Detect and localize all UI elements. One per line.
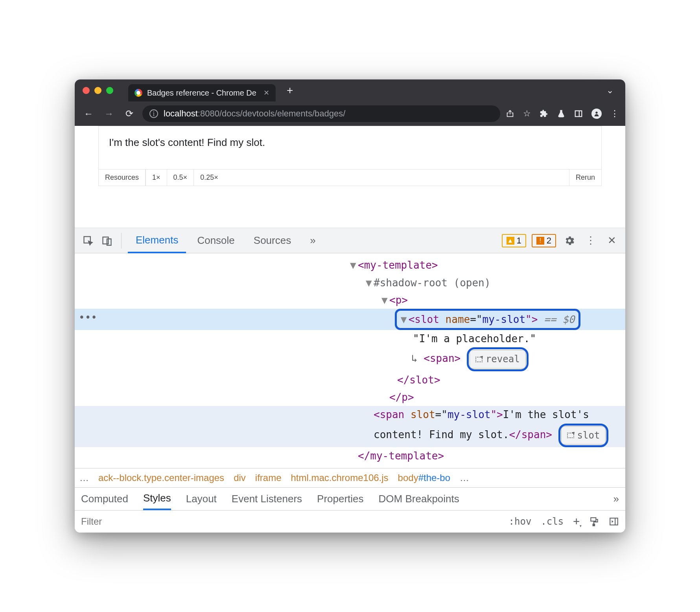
minimize-window-icon[interactable] [94,87,101,94]
svg-point-2 [595,112,597,114]
reveal-badge[interactable]: reveal [470,350,526,369]
line-actions-icon[interactable]: ••• [79,309,97,326]
traffic-lights [83,87,113,94]
svg-rect-4 [103,237,109,244]
new-tab-button[interactable]: + [280,84,300,97]
tabs-overflow-icon[interactable]: » [302,228,323,253]
toolbar-icons: ☆ ⋮ [506,109,619,119]
dom-span-close[interactable]: </span> [509,429,552,441]
dom-tree[interactable]: ▼<my-template> ▼#shadow-root (open) ▼<p>… [75,253,625,468]
window-titlebar: Badges reference - Chrome De ✕ + ⌄ [75,79,625,101]
tabs-dropdown-icon[interactable]: ⌄ [602,85,617,96]
styles-filter-input[interactable] [81,516,500,527]
demo-footer: Resources 1× 0.5× 0.25× Rerun [99,169,601,186]
dom-my-template-open[interactable]: <my-template> [358,259,438,271]
page-viewport: I'm the slot's content! Find my slot. Re… [75,126,625,228]
subtab-computed[interactable]: Computed [81,493,128,505]
address-bar[interactable]: i localhost:8080/docs/devtools/elements/… [142,105,500,122]
dom-placeholder-text: "I'm a placeholder." [413,333,536,345]
tab-console[interactable]: Console [189,228,242,253]
crumb-iframe[interactable]: iframe [255,472,282,483]
devtools-tabs: Elements Console Sources » ▲1 !2 ⋮ ✕ [75,228,625,253]
subtab-layout[interactable]: Layout [186,493,217,505]
tab-elements[interactable]: Elements [128,229,186,253]
chrome-favicon-icon [134,89,142,97]
close-window-icon[interactable] [83,87,90,94]
inspect-icon[interactable] [80,233,96,249]
slot-badge-ring: slot [558,424,609,448]
reload-button[interactable]: ⟳ [122,106,137,121]
svg-rect-8 [610,518,618,525]
subtab-properties[interactable]: Properties [317,493,364,505]
crumbs-left-more-icon[interactable]: … [79,472,89,483]
kebab-menu-icon[interactable]: ⋮ [610,109,619,119]
dom-shadow-root[interactable]: #shadow-root (open) [374,277,490,289]
crumb-body[interactable]: body#the-bo [398,472,450,483]
labs-icon[interactable] [557,109,566,118]
browser-tab[interactable]: Badges reference - Chrome De ✕ [128,84,276,101]
svg-rect-7 [593,524,595,525]
url-path: :8080/docs/devtools/elements/badges/ [198,109,345,118]
reveal-icon [475,357,483,362]
forward-button[interactable]: → [101,106,116,121]
url-bar: ← → ⟳ i localhost:8080/docs/devtools/ele… [75,101,625,126]
warnings-badge[interactable]: ▲1 [502,234,526,247]
new-style-rule-icon[interactable]: +▾ [573,515,580,528]
paint-icon[interactable] [589,516,599,527]
site-info-icon[interactable]: i [149,109,158,118]
zoom-05x-button[interactable]: 0.5× [167,170,194,186]
dom-my-template-close[interactable]: </my-template> [358,450,444,462]
cls-toggle[interactable]: .cls [541,516,564,527]
hov-toggle[interactable]: :hov [509,516,532,527]
device-toggle-icon[interactable] [99,233,115,249]
url-host: localhost [164,109,198,118]
subtab-dom-breakpoints[interactable]: DOM Breakpoints [379,493,459,505]
panel-icon[interactable] [574,109,583,118]
subtabs-overflow-icon[interactable]: » [613,493,619,505]
dom-slot-close[interactable]: </slot> [397,374,440,386]
browser-window: Badges reference - Chrome De ✕ + ⌄ ← → ⟳… [75,79,625,532]
tab-title: Badges reference - Chrome De [147,88,256,98]
resources-button[interactable]: Resources [99,170,146,186]
dom-breadcrumb[interactable]: … ack--block.type.center-images div ifra… [75,468,625,488]
subtab-event-listeners[interactable]: Event Listeners [232,493,302,505]
crumbs-right-more-icon[interactable]: … [460,472,469,483]
dom-span-content-line[interactable]: <span slot="my-slot">I'm the slot's [75,406,625,423]
tab-sources[interactable]: Sources [246,228,299,253]
crumb-ack-block[interactable]: ack--block.type.center-images [98,472,224,483]
svg-rect-0 [575,111,582,117]
more-menu-icon[interactable]: ⋮ [583,233,599,249]
styles-filter-bar: :hov .cls +▾ [75,511,625,533]
subtab-styles[interactable]: Styles [143,488,171,510]
zoom-1x-button[interactable]: 1× [146,170,167,186]
demo-card: I'm the slot's content! Find my slot. Re… [98,126,602,186]
devtools-panel: Elements Console Sources » ▲1 !2 ⋮ ✕ ▼<m… [75,228,625,532]
slot-content-text: I'm the slot's content! Find my slot. [109,136,265,148]
maximize-window-icon[interactable] [106,87,113,94]
bookmark-star-icon[interactable]: ☆ [523,109,531,119]
errors-badge[interactable]: !2 [532,234,556,247]
back-button[interactable]: ← [81,106,96,121]
reveal-badge-ring: reveal [467,347,529,371]
slot-badge-icon [567,433,574,438]
slot-badge[interactable]: slot [561,426,606,445]
dom-p-close[interactable]: </p> [389,391,414,403]
share-icon[interactable] [506,109,514,118]
toggle-sidebar-icon[interactable] [609,516,619,527]
crumb-div[interactable]: div [234,472,246,483]
profile-avatar-icon[interactable] [591,109,602,119]
styles-subtabs: Computed Styles Layout Event Listeners P… [75,488,625,511]
tab-close-icon[interactable]: ✕ [263,88,269,97]
extensions-icon[interactable] [540,109,548,118]
dom-span-link[interactable]: <span> [424,353,461,365]
zoom-025x-button[interactable]: 0.25× [193,170,225,186]
dom-selected-line[interactable]: ••• ▼<slot name="my-slot"> == $0 [75,309,625,330]
close-devtools-icon[interactable]: ✕ [604,233,620,249]
settings-gear-icon[interactable] [562,233,577,249]
rerun-button[interactable]: Rerun [569,170,601,186]
dom-p-open[interactable]: <p> [389,294,408,306]
crumb-html[interactable]: html.mac.chrome106.js [291,472,389,483]
svg-rect-6 [591,518,596,521]
